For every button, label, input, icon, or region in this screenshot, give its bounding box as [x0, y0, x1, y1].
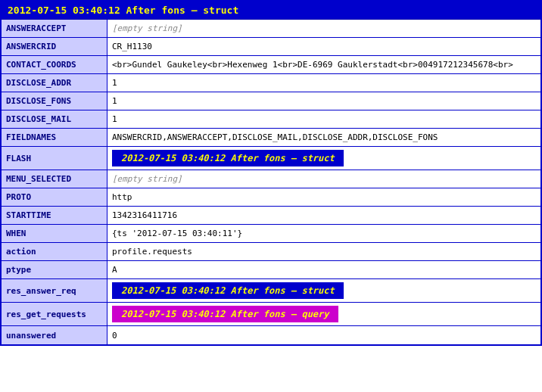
value-cell: 2012-07-15 03:40:12 After fons – struct: [107, 279, 540, 302]
table-row: DISCLOSE_FONS1: [2, 92, 540, 110]
key-cell: STARTTIME: [2, 207, 107, 224]
table-row: CONTACT_COORDS<br>Gundel Gaukeley<br>Hex…: [2, 56, 540, 74]
key-cell: MENU_SELECTED: [2, 170, 107, 188]
value-cell: ANSWERCRID,ANSWERACCEPT,DISCLOSE_MAIL,DI…: [107, 129, 540, 146]
table-row: DISCLOSE_ADDR1: [2, 74, 540, 92]
value-cell: 2012-07-15 03:40:12 After fons – struct: [107, 147, 540, 170]
value-cell: [empty string]: [107, 170, 540, 188]
value-cell: 0: [107, 326, 540, 344]
key-cell: ANSWERCRID: [2, 38, 107, 55]
table-row: FLASH2012-07-15 03:40:12 After fons – st…: [2, 147, 540, 170]
flash-badge: 2012-07-15 03:40:12 After fons – struct: [112, 150, 344, 166]
value-cell: profile.requests: [107, 243, 540, 260]
table-title: 2012-07-15 03:40:12 After fons – struct: [2, 2, 540, 20]
table-row: WHEN{ts '2012-07-15 03:40:11'}: [2, 225, 540, 243]
key-cell: PROTO: [2, 188, 107, 206]
key-cell: ANSWERACCEPT: [2, 20, 107, 37]
value-cell: 1342316411716: [107, 207, 540, 224]
res-answer-badge: 2012-07-15 03:40:12 After fons – struct: [112, 282, 344, 299]
table-row: unanswered0: [2, 326, 540, 344]
value-cell: {ts '2012-07-15 03:40:11'}: [107, 225, 540, 242]
value-cell: CR_H1130: [107, 38, 540, 55]
table-row: PROTOhttp: [2, 188, 540, 207]
key-cell: WHEN: [2, 225, 107, 242]
key-cell: res_answer_req: [2, 279, 107, 302]
table-row: STARTTIME1342316411716: [2, 207, 540, 225]
table-row: res_answer_req2012-07-15 03:40:12 After …: [2, 279, 540, 303]
value-cell: A: [107, 261, 540, 278]
key-cell: DISCLOSE_MAIL: [2, 110, 107, 128]
key-cell: FLASH: [2, 147, 107, 170]
key-cell: ptype: [2, 261, 107, 278]
table-row: actionprofile.requests: [2, 243, 540, 261]
value-cell: 2012-07-15 03:40:12 After fons – query: [107, 303, 540, 325]
res-get-badge: 2012-07-15 03:40:12 After fons – query: [112, 306, 338, 322]
value-cell: <br>Gundel Gaukeley<br>Hexenweg 1<br>DE-…: [107, 56, 540, 73]
table-row: ANSWERACCEPT[empty string]: [2, 20, 540, 38]
key-cell: DISCLOSE_FONS: [2, 92, 107, 110]
value-cell: 1: [107, 92, 540, 110]
key-cell: action: [2, 243, 107, 260]
main-table: 2012-07-15 03:40:12 After fons – struct …: [0, 0, 542, 346]
table-row: FIELDNAMESANSWERCRID,ANSWERACCEPT,DISCLO…: [2, 129, 540, 147]
value-cell: [empty string]: [107, 20, 540, 37]
key-cell: unanswered: [2, 326, 107, 344]
table-body: ANSWERACCEPT[empty string]ANSWERCRIDCR_H…: [2, 20, 540, 344]
key-cell: FIELDNAMES: [2, 129, 107, 146]
table-row: MENU_SELECTED[empty string]: [2, 170, 540, 188]
value-cell: 1: [107, 110, 540, 128]
table-row: ptypeA: [2, 261, 540, 279]
key-cell: res_get_requests: [2, 303, 107, 325]
value-cell: http: [107, 188, 540, 206]
key-cell: DISCLOSE_ADDR: [2, 74, 107, 92]
table-row: res_get_requests2012-07-15 03:40:12 Afte…: [2, 303, 540, 326]
table-row: ANSWERCRIDCR_H1130: [2, 38, 540, 56]
key-cell: CONTACT_COORDS: [2, 56, 107, 73]
value-cell: 1: [107, 74, 540, 92]
table-row: DISCLOSE_MAIL1: [2, 110, 540, 129]
